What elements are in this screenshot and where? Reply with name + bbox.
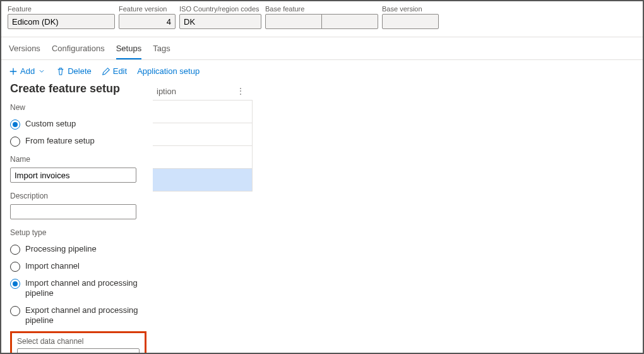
radio-from-feature-setup-label: From feature setup — [25, 136, 95, 146]
base-version-label: Base version — [382, 5, 439, 13]
add-button[interactable]: Add — [9, 66, 46, 76]
tab-setups[interactable]: Setups — [116, 44, 141, 59]
table-row[interactable] — [152, 169, 253, 192]
field-base-feature: Base feature — [265, 5, 378, 29]
setup-type-label: Setup type — [10, 228, 144, 237]
new-section-label: New — [10, 103, 144, 112]
base-feature-label: Base feature — [265, 5, 378, 13]
table-row[interactable] — [152, 123, 253, 146]
grid-area: iption ⋮ — [152, 82, 253, 192]
trash-icon — [56, 67, 65, 76]
plus-icon — [9, 67, 18, 76]
description-label: Description — [10, 192, 144, 200]
grid-col-description: iption — [157, 87, 176, 96]
select-data-channel-label: Select data channel — [17, 337, 140, 346]
table-row[interactable] — [152, 146, 253, 169]
field-base-version: Base version — [382, 5, 439, 29]
name-input[interactable] — [10, 168, 136, 183]
base-feature-input-1[interactable] — [265, 14, 322, 29]
table-row[interactable] — [152, 101, 253, 123]
header-fields: Feature Feature version ISO Country/regi… — [1, 1, 643, 37]
select-data-channel-dropdown[interactable]: Edicom service — [17, 348, 140, 354]
tab-tags[interactable]: Tags — [153, 44, 170, 59]
feature-input[interactable] — [8, 14, 115, 29]
select-data-channel-highlight: Select data channel Edicom service — [10, 331, 146, 354]
feature-version-label: Feature version — [119, 5, 176, 13]
toolbar: Add Delete Edit Application setup — [1, 60, 643, 82]
create-feature-setup-panel: Create feature setup New Custom setup Fr… — [1, 82, 153, 354]
radio-icon — [10, 262, 20, 272]
radio-icon — [10, 279, 20, 289]
pencil-icon — [102, 67, 110, 76]
application-setup-label: Application setup — [137, 66, 200, 76]
radio-import-channel-processing[interactable]: Import channel and processing pipeline — [10, 275, 144, 302]
field-iso: ISO Country/region codes — [179, 5, 261, 29]
description-input[interactable] — [10, 204, 136, 219]
radio-custom-setup[interactable]: Custom setup — [10, 116, 144, 133]
radio-import-channel-label: Import channel — [25, 261, 80, 271]
radio-icon — [10, 137, 20, 147]
radio-processing-pipeline-label: Processing pipeline — [25, 244, 97, 254]
radio-icon — [10, 245, 20, 255]
iso-label: ISO Country/region codes — [179, 5, 261, 13]
radio-from-feature-setup[interactable]: From feature setup — [10, 133, 144, 150]
delete-label: Delete — [68, 66, 92, 76]
radio-export-channel-processing[interactable]: Export channel and processing pipeline — [10, 302, 144, 329]
radio-custom-setup-label: Custom setup — [25, 119, 76, 129]
radio-icon — [10, 306, 20, 316]
grid-header: iption ⋮ — [152, 82, 253, 101]
more-icon[interactable]: ⋮ — [234, 86, 247, 96]
feature-label: Feature — [8, 5, 115, 13]
radio-import-channel-processing-label: Import channel and processing pipeline — [25, 278, 144, 299]
tabs: Versions Configurations Setups Tags — [1, 37, 643, 60]
field-feature-version: Feature version — [119, 5, 176, 29]
edit-label: Edit — [113, 66, 127, 76]
iso-input[interactable] — [179, 14, 261, 29]
name-label: Name — [10, 155, 144, 164]
edit-button[interactable]: Edit — [102, 66, 127, 76]
radio-export-channel-processing-label: Export channel and processing pipeline — [25, 305, 144, 326]
add-label: Add — [20, 66, 35, 76]
radio-icon — [10, 119, 20, 130]
delete-button[interactable]: Delete — [56, 66, 92, 76]
application-setup-button[interactable]: Application setup — [137, 66, 200, 76]
tab-configurations[interactable]: Configurations — [52, 44, 105, 59]
base-version-input[interactable] — [382, 14, 439, 29]
select-data-channel-value: Edicom service — [21, 352, 77, 355]
panel-title: Create feature setup — [10, 82, 144, 95]
radio-processing-pipeline[interactable]: Processing pipeline — [10, 241, 144, 258]
field-feature: Feature — [8, 5, 115, 29]
chevron-down-icon — [37, 67, 46, 76]
tab-versions[interactable]: Versions — [9, 44, 40, 59]
content-row: Create feature setup New Custom setup Fr… — [1, 82, 643, 354]
base-feature-input-2[interactable] — [321, 14, 378, 29]
grid-rows — [152, 101, 253, 192]
radio-import-channel[interactable]: Import channel — [10, 258, 144, 275]
feature-version-input[interactable] — [119, 14, 176, 29]
